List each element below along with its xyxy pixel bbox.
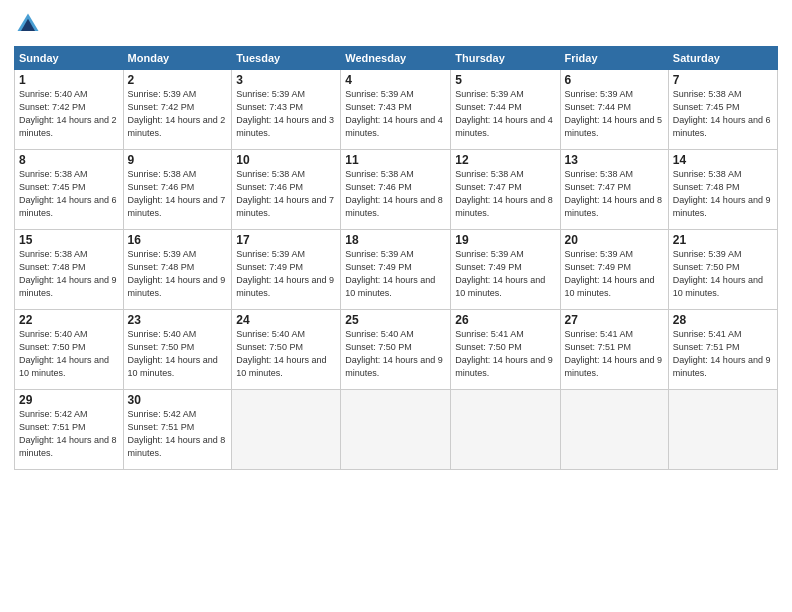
day-info: Sunrise: 5:40 AMSunset: 7:50 PMDaylight:… (345, 328, 446, 380)
day-info: Sunrise: 5:38 AMSunset: 7:47 PMDaylight:… (455, 168, 555, 220)
calendar-day-cell: 5Sunrise: 5:39 AMSunset: 7:44 PMDaylight… (451, 70, 560, 150)
calendar-day-cell: 23Sunrise: 5:40 AMSunset: 7:50 PMDayligh… (123, 310, 232, 390)
day-number: 6 (565, 73, 664, 87)
day-number: 24 (236, 313, 336, 327)
calendar-day-cell (560, 390, 668, 470)
weekday-header: Friday (560, 47, 668, 70)
day-info: Sunrise: 5:39 AMSunset: 7:49 PMDaylight:… (345, 248, 446, 300)
logo-icon (14, 10, 42, 38)
day-info: Sunrise: 5:40 AMSunset: 7:42 PMDaylight:… (19, 88, 119, 140)
weekday-header: Tuesday (232, 47, 341, 70)
calendar-week-row: 22Sunrise: 5:40 AMSunset: 7:50 PMDayligh… (15, 310, 778, 390)
calendar-day-cell: 8Sunrise: 5:38 AMSunset: 7:45 PMDaylight… (15, 150, 124, 230)
day-number: 17 (236, 233, 336, 247)
calendar-day-cell (451, 390, 560, 470)
day-number: 14 (673, 153, 773, 167)
calendar-day-cell: 7Sunrise: 5:38 AMSunset: 7:45 PMDaylight… (668, 70, 777, 150)
day-info: Sunrise: 5:38 AMSunset: 7:45 PMDaylight:… (673, 88, 773, 140)
calendar-day-cell: 1Sunrise: 5:40 AMSunset: 7:42 PMDaylight… (15, 70, 124, 150)
calendar-table: SundayMondayTuesdayWednesdayThursdayFrid… (14, 46, 778, 470)
day-info: Sunrise: 5:40 AMSunset: 7:50 PMDaylight:… (19, 328, 119, 380)
day-info: Sunrise: 5:38 AMSunset: 7:48 PMDaylight:… (673, 168, 773, 220)
calendar-day-cell: 3Sunrise: 5:39 AMSunset: 7:43 PMDaylight… (232, 70, 341, 150)
calendar-day-cell: 22Sunrise: 5:40 AMSunset: 7:50 PMDayligh… (15, 310, 124, 390)
day-info: Sunrise: 5:39 AMSunset: 7:43 PMDaylight:… (236, 88, 336, 140)
day-number: 22 (19, 313, 119, 327)
calendar-day-cell: 16Sunrise: 5:39 AMSunset: 7:48 PMDayligh… (123, 230, 232, 310)
calendar-day-cell: 15Sunrise: 5:38 AMSunset: 7:48 PMDayligh… (15, 230, 124, 310)
page: SundayMondayTuesdayWednesdayThursdayFrid… (0, 0, 792, 612)
day-number: 19 (455, 233, 555, 247)
day-info: Sunrise: 5:38 AMSunset: 7:47 PMDaylight:… (565, 168, 664, 220)
day-info: Sunrise: 5:39 AMSunset: 7:42 PMDaylight:… (128, 88, 228, 140)
calendar-day-cell: 13Sunrise: 5:38 AMSunset: 7:47 PMDayligh… (560, 150, 668, 230)
calendar-day-cell: 29Sunrise: 5:42 AMSunset: 7:51 PMDayligh… (15, 390, 124, 470)
weekday-header: Thursday (451, 47, 560, 70)
calendar-day-cell: 27Sunrise: 5:41 AMSunset: 7:51 PMDayligh… (560, 310, 668, 390)
day-info: Sunrise: 5:38 AMSunset: 7:46 PMDaylight:… (236, 168, 336, 220)
day-number: 25 (345, 313, 446, 327)
day-number: 9 (128, 153, 228, 167)
calendar-day-cell: 30Sunrise: 5:42 AMSunset: 7:51 PMDayligh… (123, 390, 232, 470)
day-info: Sunrise: 5:40 AMSunset: 7:50 PMDaylight:… (236, 328, 336, 380)
header (14, 10, 778, 38)
day-info: Sunrise: 5:42 AMSunset: 7:51 PMDaylight:… (19, 408, 119, 460)
day-info: Sunrise: 5:39 AMSunset: 7:49 PMDaylight:… (565, 248, 664, 300)
day-info: Sunrise: 5:39 AMSunset: 7:44 PMDaylight:… (455, 88, 555, 140)
day-info: Sunrise: 5:39 AMSunset: 7:50 PMDaylight:… (673, 248, 773, 300)
day-info: Sunrise: 5:41 AMSunset: 7:51 PMDaylight:… (565, 328, 664, 380)
day-number: 28 (673, 313, 773, 327)
day-number: 4 (345, 73, 446, 87)
day-number: 2 (128, 73, 228, 87)
calendar-day-cell: 21Sunrise: 5:39 AMSunset: 7:50 PMDayligh… (668, 230, 777, 310)
day-number: 21 (673, 233, 773, 247)
day-number: 26 (455, 313, 555, 327)
calendar-day-cell: 18Sunrise: 5:39 AMSunset: 7:49 PMDayligh… (341, 230, 451, 310)
day-number: 12 (455, 153, 555, 167)
day-number: 23 (128, 313, 228, 327)
day-number: 30 (128, 393, 228, 407)
calendar-day-cell (232, 390, 341, 470)
day-number: 1 (19, 73, 119, 87)
day-info: Sunrise: 5:39 AMSunset: 7:49 PMDaylight:… (236, 248, 336, 300)
day-info: Sunrise: 5:41 AMSunset: 7:51 PMDaylight:… (673, 328, 773, 380)
calendar-day-cell: 4Sunrise: 5:39 AMSunset: 7:43 PMDaylight… (341, 70, 451, 150)
calendar-day-cell: 11Sunrise: 5:38 AMSunset: 7:46 PMDayligh… (341, 150, 451, 230)
day-info: Sunrise: 5:38 AMSunset: 7:46 PMDaylight:… (128, 168, 228, 220)
calendar-day-cell: 6Sunrise: 5:39 AMSunset: 7:44 PMDaylight… (560, 70, 668, 150)
calendar-day-cell: 19Sunrise: 5:39 AMSunset: 7:49 PMDayligh… (451, 230, 560, 310)
calendar-day-cell: 9Sunrise: 5:38 AMSunset: 7:46 PMDaylight… (123, 150, 232, 230)
day-number: 8 (19, 153, 119, 167)
weekday-header: Wednesday (341, 47, 451, 70)
calendar-day-cell: 12Sunrise: 5:38 AMSunset: 7:47 PMDayligh… (451, 150, 560, 230)
calendar-day-cell: 26Sunrise: 5:41 AMSunset: 7:50 PMDayligh… (451, 310, 560, 390)
calendar-day-cell: 28Sunrise: 5:41 AMSunset: 7:51 PMDayligh… (668, 310, 777, 390)
day-number: 7 (673, 73, 773, 87)
day-info: Sunrise: 5:38 AMSunset: 7:45 PMDaylight:… (19, 168, 119, 220)
calendar-week-row: 8Sunrise: 5:38 AMSunset: 7:45 PMDaylight… (15, 150, 778, 230)
weekday-header: Saturday (668, 47, 777, 70)
day-number: 10 (236, 153, 336, 167)
day-number: 18 (345, 233, 446, 247)
day-number: 3 (236, 73, 336, 87)
weekday-header: Monday (123, 47, 232, 70)
calendar-day-cell: 2Sunrise: 5:39 AMSunset: 7:42 PMDaylight… (123, 70, 232, 150)
calendar-week-row: 15Sunrise: 5:38 AMSunset: 7:48 PMDayligh… (15, 230, 778, 310)
day-number: 11 (345, 153, 446, 167)
day-info: Sunrise: 5:39 AMSunset: 7:43 PMDaylight:… (345, 88, 446, 140)
day-number: 15 (19, 233, 119, 247)
calendar-header-row: SundayMondayTuesdayWednesdayThursdayFrid… (15, 47, 778, 70)
day-info: Sunrise: 5:40 AMSunset: 7:50 PMDaylight:… (128, 328, 228, 380)
calendar-day-cell (668, 390, 777, 470)
logo (14, 10, 46, 38)
day-number: 13 (565, 153, 664, 167)
calendar-week-row: 1Sunrise: 5:40 AMSunset: 7:42 PMDaylight… (15, 70, 778, 150)
day-info: Sunrise: 5:39 AMSunset: 7:49 PMDaylight:… (455, 248, 555, 300)
day-number: 20 (565, 233, 664, 247)
calendar-day-cell: 25Sunrise: 5:40 AMSunset: 7:50 PMDayligh… (341, 310, 451, 390)
calendar-day-cell: 17Sunrise: 5:39 AMSunset: 7:49 PMDayligh… (232, 230, 341, 310)
calendar-day-cell: 20Sunrise: 5:39 AMSunset: 7:49 PMDayligh… (560, 230, 668, 310)
day-info: Sunrise: 5:39 AMSunset: 7:44 PMDaylight:… (565, 88, 664, 140)
day-info: Sunrise: 5:41 AMSunset: 7:50 PMDaylight:… (455, 328, 555, 380)
calendar-day-cell: 14Sunrise: 5:38 AMSunset: 7:48 PMDayligh… (668, 150, 777, 230)
